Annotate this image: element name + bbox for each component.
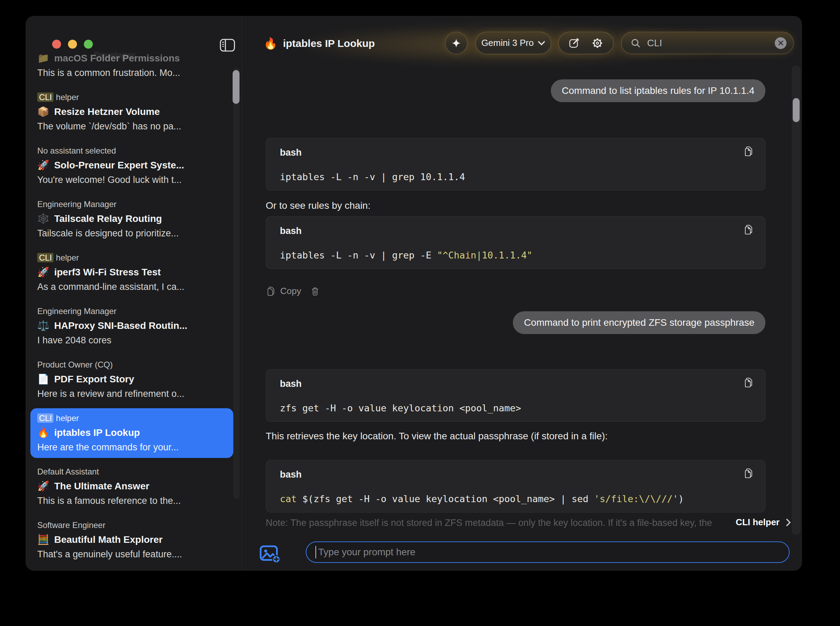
copy-message-button[interactable]: Copy xyxy=(266,286,301,296)
chat-item-preview: As a command-line assistant, I ca... xyxy=(37,281,227,293)
assistant-text-faded: Note: The passphrase itself is not store… xyxy=(266,518,745,528)
copy-button-label: Copy xyxy=(280,286,301,296)
attach-image-button[interactable] xyxy=(260,545,280,563)
assistant-label: No assistant selected xyxy=(37,146,227,156)
chevron-down-icon xyxy=(538,41,545,45)
chat-item-preview: That's a genuinely useful feature.... xyxy=(37,548,227,560)
assistant-label: CLI helper xyxy=(37,92,227,102)
chat-item-title: 🕸️Tailscale Relay Routing xyxy=(37,212,227,225)
sidebar-chat-item[interactable]: CLI helper 🚀iperf3 Wi-Fi Stress Test As … xyxy=(30,248,233,297)
sidebar-scrollbar-thumb[interactable] xyxy=(233,70,239,104)
chat-item-title: 📄PDF Export Story xyxy=(37,373,227,386)
code-line: iptables -L -n -v | grep -E "^Chain|10.1… xyxy=(280,250,532,261)
sidebar-chat-item[interactable]: Engineering Manager ⚖️HAProxy SNI-Based … xyxy=(30,301,233,351)
code-language-label: bash xyxy=(280,379,302,389)
sidebar-chat-item[interactable]: Software Engineer 🧮Beautiful Math Explor… xyxy=(30,515,233,565)
assistant-text: This retrieves the key location. To view… xyxy=(266,429,608,443)
assistant-tag-button[interactable]: CLI helper xyxy=(736,517,791,527)
chat-item-preview: The volume `/dev/sdb` has no pa... xyxy=(37,121,227,132)
code-block: bash zfs get -H -o value keylocation <po… xyxy=(266,369,765,422)
sidebar-chat-list: Developer 📁macOS Folder Permissions This… xyxy=(30,34,233,569)
chat-item-preview: This is a common frustration. Mo... xyxy=(37,67,227,79)
chat-item-preview: Here are the commands for your... xyxy=(37,441,227,453)
app-window: Developer Developer 📁macOS Folder Permis… xyxy=(26,17,801,570)
copy-code-icon[interactable] xyxy=(744,377,753,388)
add-image-icon xyxy=(260,545,280,563)
code-line: cat $(zfs get -H -o value keylocation <p… xyxy=(280,493,684,504)
chat-item-emoji: 🔥 xyxy=(37,427,49,438)
sidebar-chat-item[interactable]: Developer 📁macOS Folder Permissions This… xyxy=(30,34,233,83)
sidebar-chat-item[interactable]: Engineering Manager 🕸️Tailscale Relay Ro… xyxy=(30,194,233,244)
chat-item-emoji: 🚀 xyxy=(37,160,49,171)
delete-message-icon[interactable] xyxy=(311,287,319,296)
sidebar-divider xyxy=(242,17,242,570)
chat-item-title: 🧮Beautiful Math Explorer xyxy=(37,533,227,546)
message-actions: Copy xyxy=(266,286,319,296)
assistant-label: Product Owner (CQ) xyxy=(37,360,227,370)
assistant-label: Engineering Manager xyxy=(37,199,227,210)
code-block: bash iptables -L -n -v | grep -E "^Chain… xyxy=(266,216,765,269)
chat-item-emoji: 📁 xyxy=(37,53,49,64)
sidebar-chat-item[interactable]: Default Assistant 🚀The Ultimate Answer T… xyxy=(30,462,233,512)
clear-search-button[interactable] xyxy=(775,37,787,49)
chat-title-text: iptables IP Lookup xyxy=(283,38,375,49)
chat-item-emoji: 🚀 xyxy=(37,267,49,277)
code-block: bash iptables -L -n -v | grep 10.1.1.4 xyxy=(266,138,765,191)
assistant-text: Or to see rules by chain: xyxy=(266,199,370,213)
toolbar-actions xyxy=(558,32,613,54)
assistant-label: CLI helper xyxy=(37,253,227,263)
assistant-tag-label: CLI helper xyxy=(736,517,780,527)
chat-scrollbar-track[interactable] xyxy=(792,66,801,535)
code-language-label: bash xyxy=(280,226,302,236)
chat-item-preview: Tailscale is designed to prioritize... xyxy=(37,227,227,239)
code-line: zfs get -H -o value keylocation <pool_na… xyxy=(280,403,521,413)
search-input-value[interactable]: CLI xyxy=(647,38,775,49)
prompt-input[interactable]: Type your prompt here xyxy=(306,541,790,563)
model-selector-value: Gemini 3 Pro xyxy=(482,38,534,48)
chat-title-emoji: 🔥 xyxy=(264,37,277,50)
prompt-placeholder: Type your prompt here xyxy=(318,547,416,558)
copy-code-icon[interactable] xyxy=(744,224,753,235)
user-message: Command to print encrypted ZFS storage p… xyxy=(513,311,765,334)
model-selector[interactable]: Gemini 3 Pro xyxy=(476,32,551,54)
chat-item-preview: I have 2048 cores xyxy=(37,334,227,346)
code-language-label: bash xyxy=(280,470,302,480)
chevron-right-icon xyxy=(786,518,791,527)
chat-item-title: ⚖️HAProxy SNI-Based Routin... xyxy=(37,319,227,332)
sidebar-chat-item[interactable]: Product Owner (CQ) 📄PDF Export Story Her… xyxy=(30,355,233,404)
sidebar-chat-item[interactable]: No assistant selected 🚀Solo-Preneur Expe… xyxy=(30,141,233,191)
chat-item-emoji: 🚀 xyxy=(37,481,49,491)
chat-item-emoji: 🧮 xyxy=(37,534,49,545)
chat-item-emoji: 📦 xyxy=(37,106,49,117)
gear-icon[interactable] xyxy=(591,37,604,49)
text-caret xyxy=(316,546,316,559)
assistant-sparkle-button[interactable] xyxy=(445,32,467,54)
code-block: bash cat $(zfs get -H -o value keylocati… xyxy=(266,460,765,512)
copy-code-icon[interactable] xyxy=(744,468,753,479)
sparkle-icon xyxy=(451,38,461,48)
user-message: Command to list iptables rules for IP 10… xyxy=(551,79,765,102)
new-chat-compose-button[interactable] xyxy=(568,38,579,49)
sidebar-scrollbar-track[interactable] xyxy=(233,67,239,499)
sidebar-chat-item[interactable]: CLI helper 📦Resize Hetzner Volume The vo… xyxy=(30,87,233,137)
chat-item-title: 🚀iperf3 Wi-Fi Stress Test xyxy=(37,266,227,279)
chat-item-preview: Here is a review and refinement o... xyxy=(37,388,227,400)
chat-item-title: 🔥iptables IP Lookup xyxy=(37,426,227,439)
copy-code-icon[interactable] xyxy=(744,146,753,156)
chat-item-emoji: 📄 xyxy=(37,374,49,385)
assistant-label: Engineering Manager xyxy=(37,306,227,316)
chat-item-preview: You're welcome! Good luck with t... xyxy=(37,174,227,186)
chat-item-title: 🚀Solo-Preneur Expert Syste... xyxy=(37,159,227,172)
assistant-label: Software Engineer xyxy=(37,520,227,531)
chat-item-title: 📁macOS Folder Permissions xyxy=(37,52,227,65)
chat-item-title: 🚀The Ultimate Answer xyxy=(37,480,227,493)
search-field[interactable]: CLI xyxy=(621,32,794,54)
chat-scrollbar-thumb[interactable] xyxy=(793,98,799,122)
code-language-label: bash xyxy=(280,147,302,158)
code-line: iptables -L -n -v | grep 10.1.1.4 xyxy=(280,172,465,182)
search-icon xyxy=(630,38,641,48)
assistant-label: Default Assistant xyxy=(37,466,227,477)
sidebar-chat-item[interactable]: CLI helper 🔥iptables IP Lookup Here are … xyxy=(30,408,233,458)
chat-item-preview: This is a famous reference to the... xyxy=(37,495,227,507)
chat-item-emoji: 🕸️ xyxy=(37,213,49,224)
